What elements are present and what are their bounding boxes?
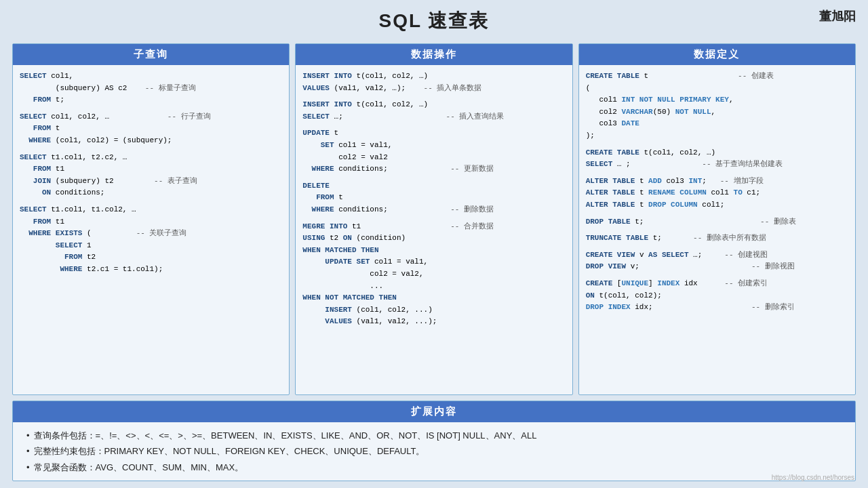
datadef-block-5: TRUNCATE TABLE t; -- 删除表中所有数据 [586,232,848,245]
bullet-2: • [26,443,30,459]
header: SQL 速查表 董旭阳 [12,7,856,38]
page-outer: SQL 速查表 董旭阳 子查询 SELECT col1, (subquery) … [0,0,868,488]
dataop-block-3: UPDATE t SET col1 = val1, col2 = val2 WH… [302,127,565,175]
dataop-body: INSERT INTO t(col1, col2, …) VALUES (val… [296,65,572,394]
watermark: https://blog.csdn.net/horses [772,474,854,481]
subquery-block-1: SELECT col1, (subquery) AS c2 -- 标量子查询 F… [20,70,282,106]
bottom-header: 扩展内容 [13,401,855,422]
dataop-block-5: MEGRE INTO t1 -- 合并数据 USING t2 ON (condi… [302,221,565,328]
datadef-block-6: CREATE VIEW v AS SELECT …; -- 创建视图 DROP … [586,249,848,273]
subquery-header: 子查询 [13,44,289,65]
author-label: 董旭阳 [819,8,856,24]
bottom-item-text-3: 常见聚合函数：AVG、COUNT、SUM、MIN、MAX。 [34,460,244,475]
subquery-block-2: SELECT col1, col2, … -- 行子查询 FROM t WHER… [20,111,282,147]
datadef-block-1: CREATE TABLE t -- 创建表 ( col1 INT NOT NUL… [586,70,848,142]
dataop-header: 数据操作 [296,44,572,65]
datadef-block-4: DROP TABLE t; -- 删除表 [586,216,848,228]
subquery-block-3: SELECT t1.col1, t2.c2, … FROM t1 JOIN (s… [20,152,282,199]
datadef-block-2: CREATE TABLE t(col1, col2, …) SELECT … ;… [586,147,848,171]
bottom-panel: 扩展内容 • 查询条件包括：=、!=、<>、<、<=、>、>=、BETWEEN、… [12,401,856,481]
datadef-header: 数据定义 [579,44,855,65]
dataop-block-4: DELETE FROM t WHERE conditions; -- 删除数据 [302,180,565,216]
bottom-item-text-1: 查询条件包括：=、!=、<>、<、<=、>、>=、BETWEEN、IN、EXIS… [34,428,537,443]
dataop-block-2: INSERT INTO t(col1, col2, …) SELECT …; -… [302,99,565,123]
bottom-item-2: • 完整性约束包括：PRIMARY KEY、NOT NULL、FOREIGN K… [26,443,842,459]
datadef-block-7: CREATE [UNIQUE] INDEX idx -- 创建索引 ON t(c… [586,278,848,314]
bottom-body: • 查询条件包括：=、!=、<>、<、<=、>、>=、BETWEEN、IN、EX… [13,422,855,481]
datadef-body: CREATE TABLE t -- 创建表 ( col1 INT NOT NUL… [579,65,855,394]
bullet-3: • [26,460,30,475]
bottom-item-text-2: 完整性约束包括：PRIMARY KEY、NOT NULL、FOREIGN KEY… [34,443,425,459]
dataop-block-1: INSERT INTO t(col1, col2, …) VALUES (val… [302,70,565,94]
bottom-item-1: • 查询条件包括：=、!=、<>、<、<=、>、>=、BETWEEN、IN、EX… [26,428,842,443]
panel-subquery: 子查询 SELECT col1, (subquery) AS c2 -- 标量子… [12,43,290,395]
page-title: SQL 速查表 [379,8,490,34]
panel-datadef: 数据定义 CREATE TABLE t -- 创建表 ( col1 INT NO… [578,43,856,395]
subquery-block-4: SELECT t1.col1, t1.col2, … FROM t1 WHERE… [20,204,282,276]
datadef-block-3: ALTER TABLE t ADD col3 INT; -- 增加字段 ALTE… [586,176,848,211]
main-columns: 子查询 SELECT col1, (subquery) AS c2 -- 标量子… [12,43,856,395]
panel-dataop: 数据操作 INSERT INTO t(col1, col2, …) VALUES… [295,43,572,395]
page-wrapper: SQL 速查表 董旭阳 子查询 SELECT col1, (subquery) … [0,0,868,488]
bullet-1: • [26,428,30,443]
bottom-item-3: • 常见聚合函数：AVG、COUNT、SUM、MIN、MAX。 [26,460,842,475]
subquery-body: SELECT col1, (subquery) AS c2 -- 标量子查询 F… [13,65,289,394]
